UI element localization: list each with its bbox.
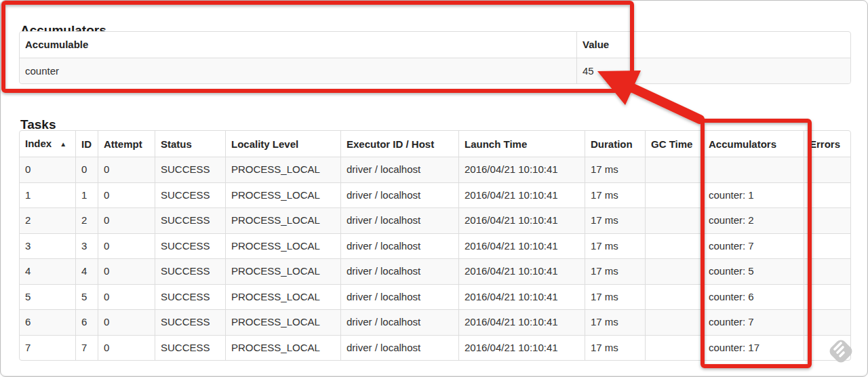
accumulators-table-body: counter45 (20, 58, 850, 83)
accumulators-table-head: AccumulableValue (20, 32, 850, 58)
table-row: 220SUCCESSPROCESS_LOCALdriver / localhos… (20, 207, 850, 233)
cell-locality-level: PROCESS_LOCAL (225, 309, 340, 335)
column-header-label: Errors (810, 138, 840, 150)
cell-id: 6 (75, 309, 98, 335)
column-header-label: Accumulable (25, 39, 88, 50)
cell-launch-time: 2016/04/21 10:10:41 (458, 284, 585, 310)
cell-id: 4 (75, 258, 98, 284)
cell-locality-level: PROCESS_LOCAL (225, 157, 340, 182)
cell-attempt: 0 (98, 284, 155, 310)
column-header-gc-time[interactable]: GC Time (645, 131, 703, 157)
cell-errors (804, 182, 850, 208)
column-header-errors[interactable]: Errors (804, 131, 850, 157)
column-header-label: Executor ID / Host (347, 138, 434, 150)
table-row: 330SUCCESSPROCESS_LOCALdriver / localhos… (20, 233, 850, 259)
cell-errors (804, 309, 850, 335)
cell-executor-id-host: driver / localhost (340, 335, 458, 361)
cell-attempt: 0 (98, 157, 155, 182)
column-header-accumulators[interactable]: Accumulators (703, 131, 804, 157)
cell-locality-level: PROCESS_LOCAL (225, 233, 340, 259)
cell-index: 3 (20, 233, 75, 259)
column-header-id[interactable]: ID (75, 131, 98, 157)
column-header-label: Value (583, 39, 609, 50)
cell-duration: 17 ms (585, 258, 645, 284)
table-row: 000SUCCESSPROCESS_LOCALdriver / localhos… (20, 157, 850, 182)
cell-duration: 17 ms (585, 284, 645, 310)
cell-accumulators: counter: 6 (703, 284, 804, 310)
cell-accumulators (703, 157, 804, 182)
annotation-arrow-shaft (630, 87, 700, 119)
cell-executor-id-host: driver / localhost (340, 309, 458, 335)
cell-status: SUCCESS (155, 157, 225, 182)
tasks-table: Index▲IDAttemptStatusLocality LevelExecu… (19, 130, 851, 361)
cell-attempt: 0 (98, 207, 155, 233)
column-header-index[interactable]: Index▲ (20, 131, 75, 157)
cell-accumulable: counter (20, 58, 576, 83)
cell-accumulators: counter: 2 (703, 207, 804, 233)
table-row: 660SUCCESSPROCESS_LOCALdriver / localhos… (20, 309, 850, 335)
cell-launch-time: 2016/04/21 10:10:41 (458, 258, 585, 284)
column-header-label: Accumulators (709, 138, 776, 150)
cell-executor-id-host: driver / localhost (340, 182, 458, 208)
table-row: counter45 (20, 58, 850, 83)
column-header-accumulable[interactable]: Accumulable (20, 32, 576, 58)
column-header-duration[interactable]: Duration (585, 131, 645, 157)
cell-gc-time (645, 284, 703, 310)
tasks-table-head: Index▲IDAttemptStatusLocality LevelExecu… (20, 131, 850, 157)
cell-index: 6 (20, 309, 75, 335)
cell-index: 2 (20, 207, 75, 233)
cell-id: 2 (75, 207, 98, 233)
column-header-value[interactable]: Value (576, 32, 850, 58)
cell-status: SUCCESS (155, 335, 225, 361)
cell-gc-time (645, 233, 703, 259)
cell-status: SUCCESS (155, 182, 225, 208)
column-header-attempt[interactable]: Attempt (98, 131, 155, 157)
cell-locality-level: PROCESS_LOCAL (225, 258, 340, 284)
cell-duration: 17 ms (585, 233, 645, 259)
column-header-label: Attempt (104, 138, 142, 150)
column-header-label: Duration (591, 138, 633, 150)
cell-executor-id-host: driver / localhost (340, 157, 458, 182)
column-header-label: ID (81, 138, 92, 150)
cell-accumulators: counter: 1 (703, 182, 804, 208)
cell-index: 4 (20, 258, 75, 284)
table-row: 550SUCCESSPROCESS_LOCALdriver / localhos… (20, 284, 850, 310)
cell-attempt: 0 (98, 233, 155, 259)
cell-launch-time: 2016/04/21 10:10:41 (458, 233, 585, 259)
cell-locality-level: PROCESS_LOCAL (225, 335, 340, 361)
cell-launch-time: 2016/04/21 10:10:41 (458, 182, 585, 208)
column-header-launch-time[interactable]: Launch Time (458, 131, 585, 157)
cell-errors (804, 335, 850, 361)
column-header-label: Index (25, 138, 52, 149)
cell-gc-time (645, 335, 703, 361)
cell-executor-id-host: driver / localhost (340, 207, 458, 233)
cell-duration: 17 ms (585, 182, 645, 208)
cell-value: 45 (576, 58, 850, 83)
column-header-executor-id-host[interactable]: Executor ID / Host (340, 131, 458, 157)
cell-accumulators: counter: 17 (703, 335, 804, 361)
cell-duration: 17 ms (585, 207, 645, 233)
header-row: AccumulableValue (20, 32, 850, 58)
cell-executor-id-host: driver / localhost (340, 258, 458, 284)
column-header-locality-level[interactable]: Locality Level (225, 131, 340, 157)
cell-gc-time (645, 207, 703, 233)
cell-status: SUCCESS (155, 284, 225, 310)
cell-id: 5 (75, 284, 98, 310)
cell-accumulators: counter: 7 (703, 233, 804, 259)
column-header-status[interactable]: Status (155, 131, 225, 157)
cell-status: SUCCESS (155, 207, 225, 233)
table-row: 440SUCCESSPROCESS_LOCALdriver / localhos… (20, 258, 850, 284)
column-header-label: Locality Level (231, 138, 298, 150)
cell-index: 5 (20, 284, 75, 310)
cell-launch-time: 2016/04/21 10:10:41 (458, 309, 585, 335)
cell-attempt: 0 (98, 309, 155, 335)
cell-index: 1 (20, 182, 75, 208)
cell-gc-time (645, 309, 703, 335)
cell-duration: 17 ms (585, 157, 645, 182)
column-header-label: Launch Time (465, 138, 527, 150)
cell-id: 3 (75, 233, 98, 259)
cell-index: 0 (20, 157, 75, 182)
cell-duration: 17 ms (585, 335, 645, 361)
cell-status: SUCCESS (155, 309, 225, 335)
accumulators-table: AccumulableValue counter45 (19, 31, 851, 84)
